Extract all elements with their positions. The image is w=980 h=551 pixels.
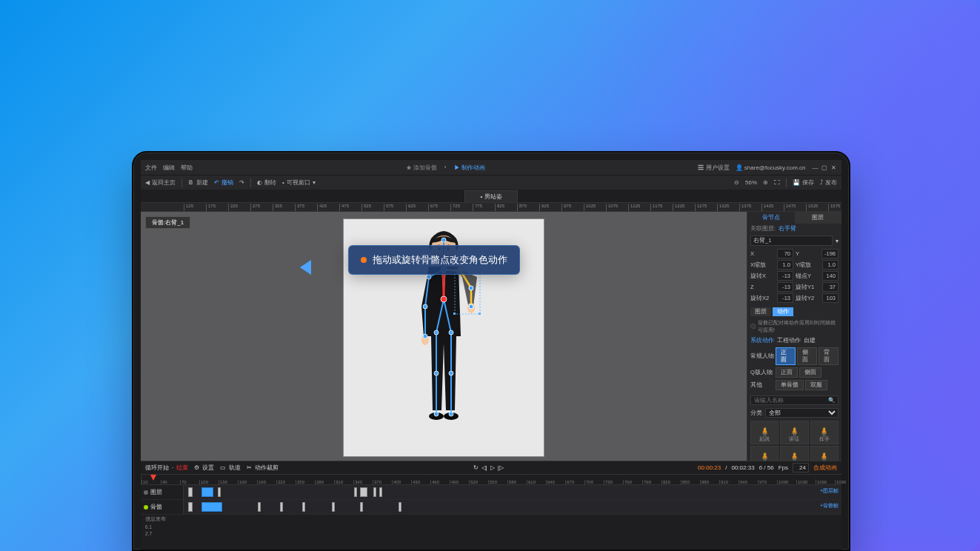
main-toolbar: ◀ 返回主页 🗎 新建 ↶ 撤销 ↷ ◐ 翻转 • 可视窗口 ▾ ⊖ 56% ⊕… bbox=[141, 175, 841, 190]
keyframe[interactable] bbox=[201, 502, 222, 512]
publish-button[interactable]: ⤴ 发布 bbox=[820, 178, 837, 187]
document-tabs: • 男站姿 bbox=[141, 190, 841, 203]
track-layer-lane[interactable]: +图层帧 bbox=[184, 485, 841, 499]
search-icon[interactable]: 🔍 bbox=[828, 397, 835, 404]
keyframe[interactable] bbox=[188, 487, 193, 497]
action-cell[interactable]: 🧍起跳 bbox=[750, 421, 779, 444]
pose-q-front[interactable]: 正面 bbox=[776, 367, 798, 378]
zoom-out-button[interactable]: ⊖ bbox=[734, 179, 739, 186]
bone-name-field[interactable]: 右臂_1 bbox=[750, 236, 833, 246]
svg-point-33 bbox=[423, 334, 427, 338]
keyframe[interactable] bbox=[360, 502, 363, 512]
svg-point-26 bbox=[449, 330, 453, 335]
document-tab[interactable]: • 男站姿 bbox=[464, 190, 517, 202]
action-cell[interactable]: 🧍挥手 bbox=[810, 421, 839, 444]
menu-file[interactable]: 文件 bbox=[145, 164, 157, 172]
keyframe[interactable] bbox=[302, 502, 305, 512]
pose-side[interactable]: 侧面 bbox=[797, 347, 817, 365]
action-search-input[interactable] bbox=[754, 397, 828, 404]
svg-point-28 bbox=[449, 371, 453, 375]
fit-button[interactable]: ⛶ bbox=[774, 179, 780, 186]
prev-frame-button[interactable]: ◁| bbox=[481, 464, 487, 471]
pose-single-bone[interactable]: 单骨骼 bbox=[776, 380, 804, 390]
track-bone-lane[interactable]: +骨骼帧 bbox=[184, 500, 841, 514]
pose-front[interactable]: 正面 bbox=[776, 347, 796, 365]
pose-q-side[interactable]: 侧面 bbox=[799, 367, 821, 378]
keyframe[interactable] bbox=[332, 502, 335, 512]
add-bone-keyframe[interactable]: +骨骼帧 bbox=[820, 502, 839, 510]
sys-action-tab[interactable]: 系统动作 bbox=[750, 337, 774, 344]
flip-button[interactable]: ◐ 翻转 bbox=[257, 178, 276, 187]
keyframe[interactable] bbox=[354, 487, 357, 497]
svg-point-29 bbox=[434, 412, 439, 416]
step-add-bones[interactable]: ★ 添加骨骼 bbox=[406, 164, 437, 172]
track-bone: 骨骼 +骨骼帧 bbox=[141, 500, 841, 515]
close-button[interactable]: ✕ bbox=[830, 164, 837, 171]
redo-button[interactable]: ↷ bbox=[239, 179, 244, 186]
related-layer-label: 关联图层: bbox=[750, 225, 776, 233]
keyframe[interactable] bbox=[373, 487, 376, 497]
action-cell[interactable]: 🧍挑眉 bbox=[810, 446, 839, 461]
fps-input[interactable]: 24 bbox=[793, 463, 809, 472]
category-label: 分类 bbox=[750, 410, 762, 417]
zoom-in-button[interactable]: ⊕ bbox=[763, 179, 768, 186]
track-bone-label[interactable]: 骨骼 bbox=[150, 503, 162, 511]
svg-point-24 bbox=[441, 296, 447, 302]
related-layer-value[interactable]: 右手臂 bbox=[779, 225, 796, 233]
keyframe[interactable] bbox=[188, 502, 193, 512]
track-layer-label[interactable]: 图层 bbox=[150, 488, 162, 496]
keyframe[interactable] bbox=[258, 502, 261, 512]
svg-rect-41 bbox=[453, 313, 456, 315]
action-cell[interactable]: 🧍运动 bbox=[750, 446, 779, 461]
menu-help[interactable]: 帮助 bbox=[181, 164, 193, 172]
user-settings-link[interactable]: ☰ 用户设置 bbox=[698, 164, 729, 172]
compose-button[interactable]: 合成动画 bbox=[813, 464, 837, 472]
keyframe[interactable] bbox=[280, 502, 283, 512]
playhead-icon[interactable] bbox=[150, 475, 156, 481]
account-label[interactable]: 👤 share@focusky.com.cn bbox=[736, 164, 806, 171]
menu-edit[interactable]: 编辑 bbox=[163, 164, 175, 172]
info-publish-label: 信息发布 bbox=[145, 516, 166, 521]
maximize-button[interactable]: ▢ bbox=[821, 164, 828, 171]
play-button[interactable]: ▷ bbox=[490, 464, 495, 471]
keyframe[interactable] bbox=[360, 487, 367, 497]
next-frame-button[interactable]: |▷ bbox=[498, 464, 504, 471]
tl-action-cut[interactable]: ✂ 动作裁剪 bbox=[247, 464, 279, 472]
panel-tab-layer[interactable]: 图层 bbox=[795, 212, 842, 224]
rewind-button[interactable]: ↻ bbox=[473, 464, 479, 471]
minimize-button[interactable]: — bbox=[812, 164, 819, 171]
ratio-1: 6.1 bbox=[145, 524, 837, 530]
panel-tab-bone[interactable]: 骨节点 bbox=[747, 212, 795, 224]
back-home-button[interactable]: ◀ 返回主页 bbox=[145, 178, 176, 187]
action-cell[interactable]: 🧍兴奋 bbox=[780, 446, 808, 461]
timeline-ruler[interactable]: 1040701001301601902202502803103403704004… bbox=[141, 475, 850, 484]
laptop-frame: 文件 编辑 帮助 ★ 添加骨骼 › ▶ 制作动画 ☰ 用户设置 👤 share@… bbox=[132, 151, 850, 551]
action-cell[interactable]: 🧍讲话 bbox=[780, 421, 808, 444]
loop-end-label[interactable]: 结束 bbox=[176, 464, 188, 472]
project-action-tab[interactable]: 工程动作 bbox=[777, 337, 801, 344]
loop-start-label[interactable]: 循环开始 bbox=[145, 464, 169, 472]
canvas-area[interactable]: 骨骼:右臂_1 bbox=[141, 212, 747, 461]
total-time: 00:02:33 bbox=[731, 464, 754, 471]
subtab-action[interactable]: 动作 bbox=[773, 307, 793, 316]
category-select[interactable]: 全部 bbox=[765, 408, 839, 418]
subtab-layer[interactable]: 图层 bbox=[750, 307, 771, 316]
action-search[interactable]: 🔍 bbox=[750, 395, 839, 405]
instruction-tooltip: 拖动或旋转骨骼点改变角色动作 bbox=[348, 245, 520, 275]
viewport-button[interactable]: • 可视窗口 ▾ bbox=[282, 178, 316, 187]
keyframe[interactable] bbox=[399, 502, 401, 512]
pose-legs[interactable]: 双腿 bbox=[805, 380, 827, 390]
pose-back[interactable]: 背面 bbox=[819, 347, 839, 365]
step-make-animation[interactable]: ▶ 制作动画 bbox=[454, 164, 485, 172]
keyframe[interactable] bbox=[379, 487, 382, 497]
tl-settings[interactable]: ⚙ 设置 bbox=[194, 464, 214, 472]
custom-action-tab[interactable]: 自建 bbox=[804, 337, 816, 344]
add-layer-keyframe[interactable]: +图层帧 bbox=[820, 487, 839, 495]
keyframe[interactable] bbox=[218, 487, 221, 497]
tl-track[interactable]: ▭ 轨道 bbox=[220, 464, 241, 472]
keyframe[interactable] bbox=[201, 487, 213, 497]
undo-button[interactable]: ↶ 撤销 bbox=[214, 178, 233, 187]
save-button[interactable]: 💾 保存 bbox=[793, 178, 814, 187]
new-button[interactable]: 🗎 新建 bbox=[188, 178, 208, 187]
properties-panel: 骨节点 图层 关联图层: 右手臂 右臂_1▾ X70Y-198X缩放1.0Y缩放… bbox=[747, 212, 841, 461]
